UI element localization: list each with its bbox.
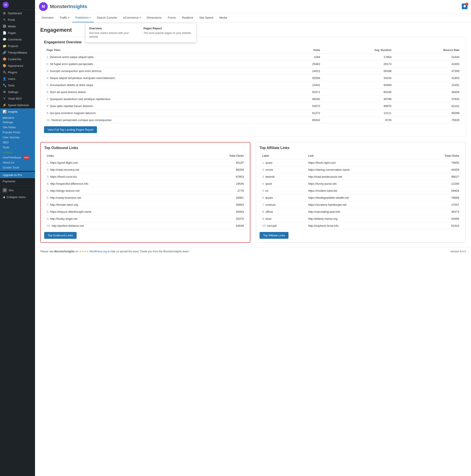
plugin-name: MonsterInsights bbox=[50, 4, 87, 9]
sidebar-item-settings[interactable]: ⚙ Settings bbox=[0, 89, 35, 95]
yoast-icon: Y bbox=[3, 97, 6, 100]
tab-realtime[interactable]: Realtime bbox=[179, 13, 196, 22]
notification-count: 0 bbox=[465, 3, 468, 6]
sidebar-item-speed-optimizer[interactable]: ⚡ Speed Optimizer bbox=[0, 102, 35, 108]
top-affiliate-links-button[interactable]: Top Affiliate Links bbox=[260, 232, 288, 239]
dropdown-pages-desc: The most popular pages on your website. bbox=[143, 31, 192, 35]
engagement-overview-card: Engagement Overview Page Titles Visits A… bbox=[40, 36, 466, 137]
sidebar-item-thirstyaffiliates[interactable]: 🔗 ThirstyAffiliates bbox=[0, 49, 35, 56]
sidebar-sub-user-journey[interactable]: User Journey bbox=[0, 135, 35, 140]
list-item: 9.http://husky-anger.net 26376 bbox=[44, 215, 246, 222]
sidebar-sub-settings[interactable]: Settings bbox=[0, 120, 35, 125]
thirstyaffiliates-icon: 🔗 bbox=[3, 51, 6, 54]
outbound-col-links: Links bbox=[44, 153, 189, 159]
sidebar-item-dashboard[interactable]: ⊞ Dashboard bbox=[0, 10, 35, 17]
tab-overview[interactable]: Overview bbox=[38, 13, 56, 22]
list-item: 10.http://perfect-distance.net 54649 bbox=[44, 222, 246, 229]
sidebar-item-tools[interactable]: 🔧 Tools bbox=[0, 82, 35, 89]
users-icon: 👤 bbox=[3, 77, 6, 81]
tools-icon: 🔧 bbox=[3, 84, 6, 87]
sidebar-sub-about-us[interactable]: About Us bbox=[0, 160, 35, 165]
sidebar-sub-popular-posts[interactable]: Popular Posts bbox=[0, 130, 35, 135]
collapse-menu-button[interactable]: ◀ Collapse menu bbox=[0, 194, 35, 200]
new-badge: NEW bbox=[23, 156, 30, 159]
sidebar-item-divi[interactable]: D Divi bbox=[0, 187, 35, 194]
plugins-icon: 🔌 bbox=[3, 70, 6, 74]
list-item: 5.ex https://modern-beet.biz 59404 bbox=[260, 187, 462, 194]
plugin-logo: M MonsterInsights bbox=[38, 2, 87, 11]
comments-icon: 💬 bbox=[3, 38, 6, 41]
footer-wordpress-link[interactable]: WordPress.org bbox=[89, 250, 107, 253]
dropdown-overview-desc: See how visitors interact with your webs… bbox=[89, 31, 138, 39]
sidebar-sub-seo[interactable]: SEO bbox=[0, 140, 35, 145]
tab-ecommerce[interactable]: eCommerce ▾ bbox=[120, 13, 144, 22]
list-item: 8.officia http://calculating-pew.info 46… bbox=[260, 208, 462, 215]
svg-point-3 bbox=[464, 7, 465, 8]
reports-section-label: Reports bbox=[0, 116, 35, 120]
affiliate-links-table: Label Link Total Clicks 1.quasi https://… bbox=[260, 153, 462, 229]
col-page-titles: Page Titles bbox=[44, 47, 281, 54]
ecommerce-chevron: ▾ bbox=[140, 17, 141, 19]
tab-traffic[interactable]: Traffic ▾ bbox=[56, 13, 72, 22]
table-row: 6.Illum ab quod dolores dolore. 63371 85… bbox=[44, 89, 462, 96]
dropdown-overview-section[interactable]: Overview See how visitors interact with … bbox=[89, 27, 138, 39]
table-row: 5.Accusantium debitis at dolor sequi. 15… bbox=[44, 82, 462, 89]
table-row: 10.Nostrum perspiciatis cumque quo conse… bbox=[44, 117, 462, 124]
sidebar-item-comments[interactable]: 💬 Comments bbox=[0, 36, 35, 43]
list-item: 5.http://stingy-seizure.net 2778 bbox=[44, 187, 246, 194]
sidebar-sub-tools[interactable]: Tools bbox=[0, 145, 35, 150]
outbound-links-table: Links Total Clicks 1.https://good-flight… bbox=[44, 153, 246, 229]
list-item: 3.deleniti http://mad-predecessor.net 99… bbox=[260, 173, 462, 180]
sidebar-item-yoast-seo[interactable]: Y Yoast SEO bbox=[0, 95, 35, 102]
sidebar-item-appearance[interactable]: 🎨 Appearance bbox=[0, 62, 35, 69]
svg-text:M: M bbox=[42, 4, 45, 9]
tab-dimensions[interactable]: Dimensions bbox=[144, 13, 165, 22]
notification-area: 0 bbox=[462, 3, 468, 10]
speed-icon: ⚡ bbox=[3, 103, 6, 107]
table-row: 7.Quisquam laudantium sed similique repe… bbox=[44, 96, 462, 103]
col-avg-duration: Avg. Duration bbox=[323, 47, 394, 54]
tab-search-console[interactable]: Search Console bbox=[94, 13, 120, 22]
sidebar-item-posts[interactable]: ✎ Posts bbox=[0, 17, 35, 23]
col-visits: Visits bbox=[281, 47, 323, 54]
tab-publishers[interactable]: Publishers ▾ bbox=[72, 13, 94, 22]
notification-icon-wrapper[interactable]: 0 bbox=[462, 3, 468, 10]
tab-forms[interactable]: Forms bbox=[165, 13, 179, 22]
collapse-icon: ◀ bbox=[3, 195, 5, 199]
traffic-chevron: ▾ bbox=[68, 17, 69, 19]
dropdown-pages-title: Pages Report bbox=[143, 27, 192, 30]
sidebar-item-pages[interactable]: 📄 Pages bbox=[0, 30, 35, 36]
dropdown-pages-section[interactable]: Pages Report The most popular pages on y… bbox=[143, 27, 192, 39]
sidebar-item-projects[interactable]: 📁 Projects bbox=[0, 43, 35, 49]
sidebar-item-payments[interactable]: Payments bbox=[0, 178, 35, 185]
list-item: 10.corrupti http://euphoric-brow.info 61… bbox=[260, 222, 462, 229]
footer: Please rate MonsterInsights on ★★★★ Word… bbox=[35, 247, 471, 256]
tab-media[interactable]: Media bbox=[216, 13, 230, 22]
upgrade-to-pro-button[interactable]: Upgrade to Pro bbox=[0, 172, 35, 178]
view-full-report-button[interactable]: View Full Top Landing Pages Report bbox=[44, 126, 97, 133]
sidebar-item-media[interactable]: 🖼 Media bbox=[0, 23, 35, 30]
main-content: M MonsterInsights 0 Overview Traffic bbox=[35, 0, 471, 476]
sidebar-logo-icon: M bbox=[3, 2, 9, 8]
list-item: 3.https://fixed-curve.biz 87853 bbox=[44, 173, 246, 180]
list-item: 8.https://impure-afterthought.name 26063 bbox=[44, 208, 246, 215]
footer-stars: ★★★★ bbox=[79, 250, 89, 253]
sidebar-item-insights[interactable]: 📊 Insights ◀ bbox=[0, 108, 35, 115]
sidebar-item-cookieyes[interactable]: 🍪 CookieYes bbox=[0, 56, 35, 62]
sidebar-item-plugins[interactable]: 🔌 Plugins bbox=[0, 69, 35, 75]
tab-site-speed[interactable]: Site Speed bbox=[196, 13, 217, 22]
list-item: 7.http://female-witch.org 26893 bbox=[44, 201, 246, 208]
sidebar-sub-growth-tools[interactable]: Growth Tools bbox=[0, 165, 35, 170]
list-item: 1.quasi https://fresh-right.com 75855 bbox=[260, 159, 462, 166]
sidebar-sub-addons[interactable]: Addons bbox=[0, 150, 35, 155]
sidebar-sub-site-notes[interactable]: Site Notes bbox=[0, 125, 35, 130]
list-item: 4.http://respectful-difference.info 1954… bbox=[44, 180, 246, 187]
sidebar-sub-userfeedback[interactable]: UserFeedback NEW bbox=[0, 155, 35, 160]
engagement-table: Page Titles Visits Avg. Duration Bounce … bbox=[44, 47, 462, 124]
footer-brand: MonsterInsights bbox=[54, 250, 75, 253]
monster-svg: M bbox=[38, 2, 48, 11]
table-row: 9.Qui ipsa inventore magnam laborum. 612… bbox=[44, 110, 462, 117]
table-row: 4.Neque aliquid temporibus numquam exerc… bbox=[44, 75, 462, 82]
top-outbound-links-button[interactable]: Top Outbound Links bbox=[44, 232, 77, 239]
sidebar-item-users[interactable]: 👤 Users bbox=[0, 75, 35, 82]
